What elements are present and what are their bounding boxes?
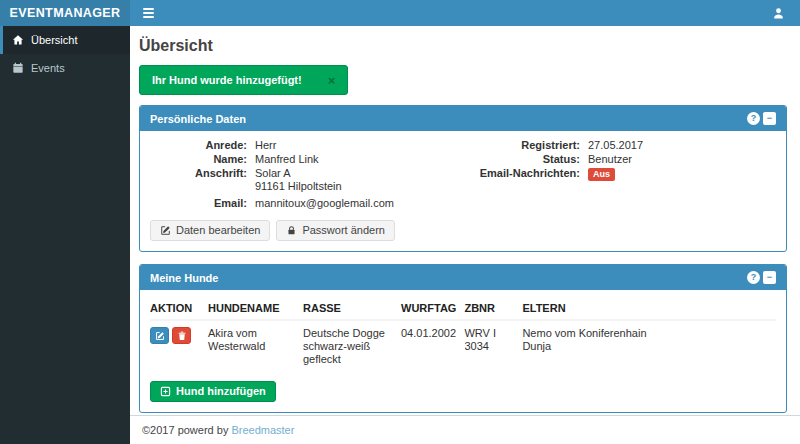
personal-fields-right: Registriert: 27.05.2017 Status: Benutzer… <box>463 139 776 211</box>
app-window: EVENTMANAGER Übersicht <box>0 0 800 444</box>
footer-copyright: ©2017 powerd by <box>142 424 228 436</box>
panel-personal-title: Persönliche Daten <box>150 113 747 125</box>
sidebar-toggle-button[interactable] <box>130 0 167 26</box>
success-alert: Ihr Hund wurde hinzugefügt! × <box>139 65 348 95</box>
field-label: Email-Nachrichten: <box>463 167 588 181</box>
sidebar-item-uebersicht[interactable]: Übersicht <box>0 26 130 54</box>
trash-icon <box>177 331 187 341</box>
panel-my-dogs: Meine Hunde ? − AKTION HUNDENAME RASSE <box>139 264 787 413</box>
edit-data-button[interactable]: Daten bearbeiten <box>150 220 270 241</box>
column-header-aktion: AKTION <box>150 298 208 320</box>
panel-dogs-header: Meine Hunde ? − <box>140 265 786 290</box>
calendar-icon <box>12 62 24 74</box>
panel-personal-header: Persönliche Daten ? − <box>140 106 786 131</box>
cell-wurftag: 04.01.2002 <box>401 320 464 372</box>
brand-text: EVENTMANAGER <box>9 6 120 20</box>
cell-zbnr: WRV I 3034 <box>464 320 522 372</box>
parent-dam: Dunja <box>522 340 768 353</box>
plus-square-icon <box>160 386 171 397</box>
top-navbar: EVENTMANAGER <box>0 0 800 26</box>
email-notifications-badge: Aus <box>588 168 615 181</box>
breedmaster-link[interactable]: Breedmaster <box>231 424 294 436</box>
home-icon <box>12 34 24 46</box>
footer: ©2017 powerd byBreedmaster <box>130 415 800 444</box>
column-header-hundename: HUNDENAME <box>208 298 303 320</box>
field-label: Registriert: <box>463 139 588 152</box>
breed-line-1: Deutsche Dogge <box>303 327 393 340</box>
add-dog-label: Hund hinzufügen <box>176 385 266 398</box>
dogs-table-header-row: AKTION HUNDENAME RASSE WURFTAG ZBNR ELTE… <box>150 298 776 320</box>
brand-logo[interactable]: EVENTMANAGER <box>0 0 130 26</box>
edit-icon <box>160 225 171 236</box>
column-header-wurftag: WURFTAG <box>401 298 464 320</box>
cell-dog-name: Akira vom Westerwald <box>208 320 303 372</box>
collapse-minus-icon[interactable]: − <box>763 271 776 284</box>
field-label: Anrede: <box>150 139 255 152</box>
field-label: Anschrift: <box>150 167 255 193</box>
field-label: Email: <box>150 197 255 210</box>
main-area: Übersicht Ihr Hund wurde hinzugefügt! × … <box>130 26 800 444</box>
edit-data-label: Daten bearbeiten <box>176 224 260 237</box>
column-header-zbnr: ZBNR <box>464 298 522 320</box>
help-icon[interactable]: ? <box>747 112 760 125</box>
lock-icon <box>286 225 297 236</box>
dogs-table: AKTION HUNDENAME RASSE WURFTAG ZBNR ELTE… <box>150 298 776 372</box>
panel-personal-body: Anrede: Herr Name: Manfred Link Anschrif… <box>140 131 786 251</box>
user-menu-button[interactable] <box>757 0 800 26</box>
navbar <box>130 0 800 26</box>
panel-dogs-body: AKTION HUNDENAME RASSE WURFTAG ZBNR ELTE… <box>140 290 786 412</box>
column-header-rasse: RASSE <box>303 298 401 320</box>
cell-actions <box>150 320 208 372</box>
add-dog-button[interactable]: Hund hinzufügen <box>150 381 276 402</box>
field-value: Benutzer <box>588 153 632 166</box>
field-value: Solar A 91161 Hilpoltstein <box>255 167 342 193</box>
change-password-button[interactable]: Passwort ändern <box>276 220 395 241</box>
field-value: mannitoux@googlemail.com <box>255 197 394 210</box>
table-row: Akira vom Westerwald Deutsche Dogge schw… <box>150 320 776 372</box>
address-line-2: 91161 Hilpoltstein <box>255 180 342 193</box>
alert-close-button[interactable]: × <box>328 75 336 86</box>
sidebar-item-label: Events <box>31 62 65 74</box>
panel-dogs-title: Meine Hunde <box>150 272 747 284</box>
help-icon[interactable]: ? <box>747 271 760 284</box>
field-value: Herr <box>255 139 276 152</box>
user-icon <box>772 7 785 20</box>
field-value: 27.05.2017 <box>588 139 643 152</box>
content: Übersicht Ihr Hund wurde hinzugefügt! × … <box>130 26 800 415</box>
sidebar-item-label: Übersicht <box>31 34 77 46</box>
parent-sire: Nemo vom Koniferenhain <box>522 327 768 340</box>
collapse-minus-icon[interactable]: − <box>763 112 776 125</box>
sidebar-menu: Übersicht Events <box>0 26 130 82</box>
page-title: Übersicht <box>139 37 787 55</box>
edit-dog-button[interactable] <box>150 327 169 344</box>
cell-breed: Deutsche Dogge schwarz-weiß gefleckt <box>303 320 401 372</box>
field-label: Status: <box>463 153 588 166</box>
breed-line-2: schwarz-weiß gefleckt <box>303 340 393 366</box>
sidebar-item-events[interactable]: Events <box>0 54 130 82</box>
alert-message: Ihr Hund wurde hinzugefügt! <box>152 74 302 86</box>
field-label: Name: <box>150 153 255 166</box>
personal-fields-left: Anrede: Herr Name: Manfred Link Anschrif… <box>150 139 463 211</box>
field-value: Manfred Link <box>255 153 319 166</box>
address-line-1: Solar A <box>255 167 342 180</box>
hamburger-icon <box>143 8 154 18</box>
sidebar: Übersicht Events <box>0 26 130 444</box>
delete-dog-button[interactable] <box>172 327 191 344</box>
cell-parents: Nemo vom Koniferenhain Dunja <box>522 320 776 372</box>
column-header-eltern: ELTERN <box>522 298 776 320</box>
change-password-label: Passwort ändern <box>302 224 385 237</box>
panel-personal-data: Persönliche Daten ? − Anrede: Herr <box>139 105 787 252</box>
edit-icon <box>155 331 165 341</box>
